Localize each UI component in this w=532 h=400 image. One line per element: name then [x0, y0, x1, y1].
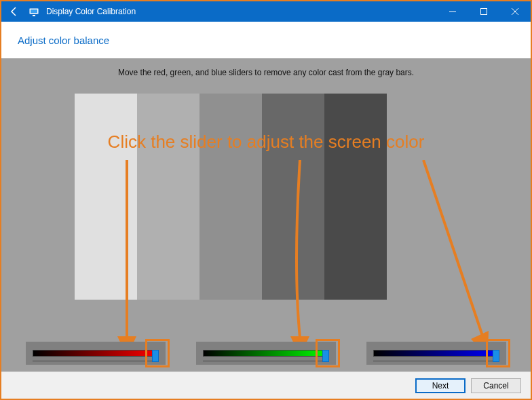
red-slider[interactable]	[33, 350, 159, 357]
maximize-button[interactable]	[468, 1, 499, 22]
green-slider-container	[196, 342, 336, 365]
content-area: Move the red, green, and blue sliders to…	[1, 58, 531, 372]
gray-bar-5	[324, 94, 387, 300]
page-title: Adjust color balance	[18, 35, 109, 46]
minimize-icon	[449, 8, 456, 15]
page-header: Adjust color balance	[1, 22, 531, 58]
cancel-button[interactable]: Cancel	[471, 378, 521, 393]
calibration-window: Display Color Calibration Adjust color b…	[0, 0, 532, 400]
red-slider-thumb[interactable]	[152, 350, 159, 362]
instruction-text: Move the red, green, and blue sliders to…	[1, 58, 531, 77]
annotation-arrow-3	[417, 160, 498, 357]
back-arrow-icon	[9, 6, 20, 17]
slider-row	[1, 342, 531, 365]
gray-bar-3	[200, 94, 262, 300]
next-button[interactable]: Next	[415, 378, 466, 393]
blue-slider[interactable]	[373, 350, 499, 357]
annotation-text: Click the slider to adjust the screen co…	[1, 132, 531, 153]
gray-bar-4	[262, 94, 324, 300]
minimize-button[interactable]	[437, 1, 468, 22]
blue-slider-container	[366, 342, 506, 365]
footer: Next Cancel	[1, 372, 531, 399]
app-icon	[28, 6, 39, 17]
gray-bars	[75, 94, 387, 300]
close-button[interactable]	[499, 1, 531, 22]
window-controls	[437, 1, 531, 22]
green-slider[interactable]	[203, 350, 329, 357]
maximize-icon	[480, 8, 487, 15]
svg-rect-1	[31, 9, 37, 13]
close-icon	[512, 8, 518, 15]
back-button[interactable]	[7, 4, 22, 19]
red-slider-container	[26, 342, 166, 365]
green-gradient-icon	[203, 350, 329, 357]
svg-line-10	[423, 160, 483, 338]
gray-bar-1	[75, 94, 137, 300]
red-gradient-icon	[33, 350, 159, 357]
green-slider-thumb[interactable]	[322, 350, 329, 362]
titlebar: Display Color Calibration	[1, 1, 531, 22]
app-title: Display Color Calibration	[46, 7, 136, 16]
blue-gradient-icon	[373, 350, 499, 357]
svg-rect-2	[33, 15, 35, 16]
gray-bar-2	[137, 94, 200, 300]
svg-rect-4	[481, 9, 487, 15]
blue-slider-thumb[interactable]	[493, 350, 499, 362]
